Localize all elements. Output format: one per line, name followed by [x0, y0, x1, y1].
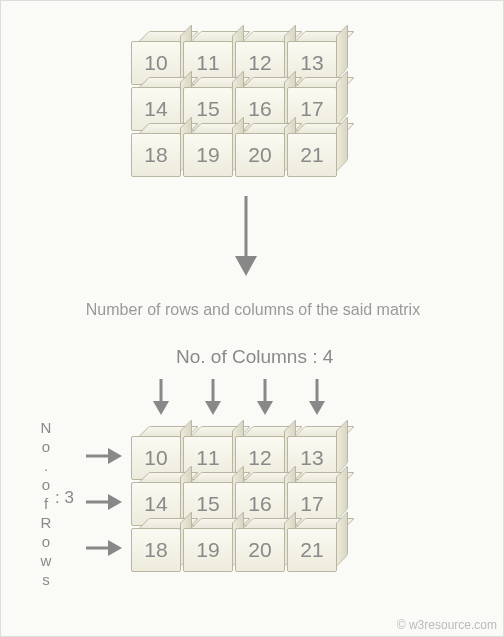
cell: 21	[287, 133, 337, 177]
arrow-right-icon	[86, 538, 122, 558]
arrow-down-icon	[231, 196, 261, 276]
matrix-top: 10 11 12 13 14 15 16 17 18 19 20 21	[131, 41, 337, 177]
cell: 19	[183, 528, 233, 572]
cell: 19	[183, 133, 233, 177]
copyright-text: © w3resource.com	[397, 618, 497, 632]
arrow-down-icon	[307, 379, 327, 415]
svg-marker-5	[205, 401, 221, 415]
cell-value: 20	[235, 528, 285, 572]
cell-value: 18	[131, 133, 181, 177]
svg-marker-7	[257, 401, 273, 415]
rows-label-char: o	[39, 532, 53, 551]
svg-marker-11	[108, 448, 122, 464]
cell-value: 19	[183, 133, 233, 177]
rows-label-char: N	[39, 418, 53, 437]
table-row: 18 19 20 21	[131, 528, 337, 572]
rows-label-char: o	[39, 475, 53, 494]
rows-label-char: s	[39, 570, 53, 589]
caption-text: Number of rows and columns of the said m…	[1, 301, 504, 319]
arrow-down-icon	[203, 379, 223, 415]
arrow-down-icon	[151, 379, 171, 415]
matrix-bottom: 10 11 12 13 14 15 16 17 18 19 20 21	[131, 436, 337, 572]
svg-marker-1	[235, 256, 257, 276]
rows-label-char: f	[39, 494, 53, 513]
cell: 21	[287, 528, 337, 572]
diagram-canvas: 10 11 12 13 14 15 16 17 18 19 20 21 Numb…	[1, 1, 504, 637]
rows-label-char: R	[39, 513, 53, 532]
arrow-down-icon	[255, 379, 275, 415]
cell: 18	[131, 133, 181, 177]
rows-label-char: w	[39, 551, 53, 570]
rows-label: N o . o f R o w s	[39, 418, 53, 589]
rows-count-value: : 3	[55, 488, 74, 508]
columns-label: No. of Columns : 4	[176, 346, 333, 368]
cell: 20	[235, 133, 285, 177]
arrow-right-icon	[86, 446, 122, 466]
arrow-right-icon	[86, 492, 122, 512]
svg-marker-15	[108, 540, 122, 556]
svg-marker-13	[108, 494, 122, 510]
rows-label-char: .	[39, 456, 53, 475]
cell-value: 19	[183, 528, 233, 572]
svg-marker-3	[153, 401, 169, 415]
table-row: 18 19 20 21	[131, 133, 337, 177]
cell: 20	[235, 528, 285, 572]
cell-value: 20	[235, 133, 285, 177]
cell-value: 18	[131, 528, 181, 572]
cell: 18	[131, 528, 181, 572]
cell-value: 21	[287, 133, 337, 177]
rows-label-char: o	[39, 437, 53, 456]
cell-value: 21	[287, 528, 337, 572]
svg-marker-9	[309, 401, 325, 415]
